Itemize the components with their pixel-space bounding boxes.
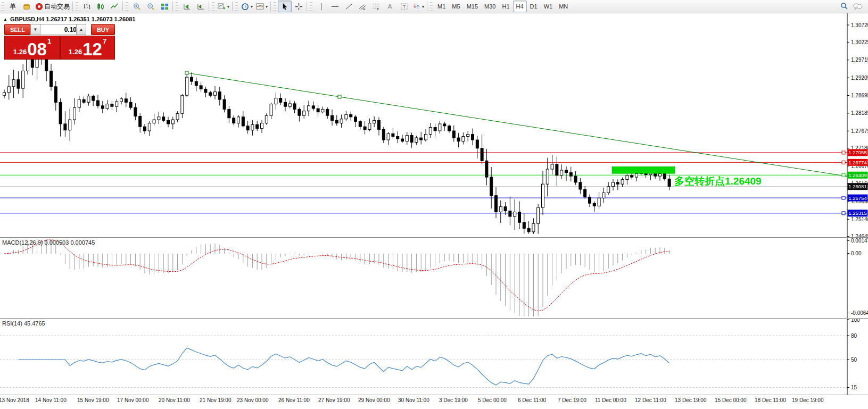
crosshair-button[interactable]: [292, 1, 305, 12]
time-axis-label: 21 Nov 19:00: [200, 397, 232, 403]
candle: [312, 106, 315, 108]
candle: [481, 148, 483, 161]
macd-indicator-canvas[interactable]: 0.001470.00-0.00641: [0, 238, 868, 318]
search-icon-button[interactable]: [837, 1, 851, 12]
timeframe-button-m1[interactable]: M1: [434, 1, 449, 12]
journal-icon-button[interactable]: [20, 1, 34, 12]
fibo-icon: F: [373, 3, 381, 11]
chart-shift-button[interactable]: [194, 1, 208, 12]
trendline-anchor[interactable]: [185, 71, 188, 74]
buy-price-display[interactable]: 1.26 12 7: [60, 36, 115, 60]
candles-icon: [97, 3, 105, 11]
fibonacci-button[interactable]: F: [369, 1, 383, 12]
sell-price-display[interactable]: 1.26 08 1: [4, 36, 60, 60]
autotrade-button[interactable]: 自动交易: [34, 1, 71, 12]
auto-scroll-button[interactable]: [180, 1, 194, 12]
chat-icon-button[interactable]: [851, 1, 865, 12]
timeframe-button-m15[interactable]: M15: [464, 1, 481, 12]
text-label-button[interactable]: T: [397, 1, 411, 12]
candle: [410, 136, 413, 143]
candle: [293, 104, 296, 109]
cursor-button[interactable]: [278, 1, 292, 12]
zoom-in-button[interactable]: [130, 1, 144, 12]
volume-increase-button[interactable]: ▲: [76, 24, 86, 35]
candle: [476, 140, 478, 148]
timeframe-button-d1[interactable]: D1: [527, 1, 541, 12]
timeframe-button-mn[interactable]: MN: [556, 1, 571, 12]
level-endpoint-marker[interactable]: [842, 151, 845, 154]
candle: [12, 80, 15, 87]
trendline[interactable]: [187, 73, 847, 177]
price-axis-tick: 1.28185: [851, 110, 868, 116]
candle: [345, 114, 348, 119]
timeframe-button-w1[interactable]: W1: [541, 1, 556, 12]
timeframe-button-m5[interactable]: M5: [449, 1, 463, 12]
candle: [176, 113, 179, 120]
volume-input[interactable]: [40, 24, 79, 35]
text-button[interactable]: A: [383, 1, 397, 12]
new-order-button[interactable]: 单: [6, 1, 20, 12]
collapse-panel-icon[interactable]: ▲: [3, 17, 7, 22]
toolbar-grip[interactable]: [274, 2, 276, 11]
rsi-indicator-canvas[interactable]: 100805015: [0, 319, 868, 395]
vertical-line-button[interactable]: [314, 1, 328, 12]
price-label-text: 1.27055: [848, 149, 866, 155]
level-endpoint-marker[interactable]: [842, 196, 845, 199]
toolbar-grip[interactable]: [126, 2, 128, 11]
toolbar-grip[interactable]: [2, 2, 4, 11]
candle: [668, 179, 671, 186]
candle-chart-button[interactable]: [94, 1, 108, 12]
time-axis-label: 30 Nov 11:00: [398, 397, 429, 403]
annotation-text[interactable]: 多空转折点1.26409: [674, 176, 762, 187]
time-axis[interactable]: 13 Nov 201814 Nov 11:0015 Nov 19:0017 No…: [0, 395, 868, 409]
volume-decrease-button[interactable]: ▼: [30, 24, 40, 35]
highlight-rectangle[interactable]: [612, 166, 675, 173]
timeframe-button-h1[interactable]: H1: [499, 1, 512, 12]
dropdown-arrow-icon[interactable]: ▾: [422, 4, 424, 9]
toolbar-grip[interactable]: [235, 2, 238, 11]
price-label-text: 1.26774: [848, 160, 866, 165]
horizontal-line-button[interactable]: [328, 1, 342, 12]
price-axis-tick: 1.30720: [851, 22, 868, 28]
channel-button[interactable]: E: [356, 1, 369, 12]
tile-windows-button[interactable]: [158, 1, 171, 12]
periods-button[interactable]: ▾: [239, 1, 254, 12]
trendline-button[interactable]: [342, 1, 356, 12]
candle: [392, 133, 394, 136]
candle: [359, 121, 361, 127]
price-label-text: 1.26081: [848, 183, 866, 189]
toolbar-grip[interactable]: [76, 2, 78, 11]
candle: [162, 117, 165, 121]
candle: [542, 184, 544, 207]
candle: [518, 212, 521, 223]
candle: [589, 197, 591, 203]
arrows-button[interactable]: ▾: [411, 1, 426, 12]
main-chart-canvas[interactable]: 多空转折点1.264091.307201.302251.297151.29205…: [0, 13, 868, 237]
zoomin-icon: [133, 3, 141, 11]
bar-chart-button[interactable]: [80, 1, 94, 12]
buy-button[interactable]: BUY: [91, 24, 115, 35]
line-chart-button[interactable]: [108, 1, 121, 12]
timeframe-button-m30[interactable]: M30: [481, 1, 499, 12]
new-chart-button[interactable]: ▾: [216, 1, 231, 12]
toolbar-grip[interactable]: [212, 2, 214, 11]
toolbar-grip[interactable]: [430, 2, 433, 11]
dropdown-arrow-icon[interactable]: ▾: [227, 4, 229, 9]
dropdown-arrow-icon[interactable]: ▾: [266, 4, 268, 9]
candle: [527, 228, 530, 232]
toolbar-grip[interactable]: [176, 2, 178, 11]
candle: [303, 111, 305, 116]
zoom-out-button[interactable]: [144, 1, 158, 12]
trendline-anchor[interactable]: [338, 95, 341, 98]
sell-button[interactable]: SELL: [4, 24, 31, 35]
templates-button[interactable]: ▾: [254, 1, 269, 12]
level-endpoint-marker[interactable]: [842, 173, 845, 177]
level-endpoint-marker[interactable]: [842, 161, 845, 164]
timeframe-button-h4[interactable]: H4: [513, 1, 527, 12]
candle: [279, 98, 282, 102]
dropdown-arrow-icon[interactable]: ▾: [251, 4, 253, 9]
level-endpoint-marker[interactable]: [842, 212, 845, 215]
toolbar-grip[interactable]: [310, 2, 312, 11]
candle: [148, 123, 151, 131]
candle: [382, 129, 385, 140]
